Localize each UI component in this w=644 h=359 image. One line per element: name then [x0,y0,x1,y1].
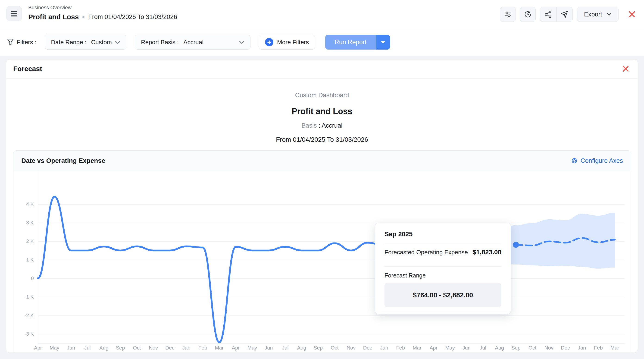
forecast-point[interactable] [513,242,519,248]
chart-plot-area[interactable]: Sep 2025 Forecasted Operating Expense $1… [14,171,631,353]
filters-label-group: Filters : [7,39,36,46]
tooltip-divider [384,266,502,267]
report-basis-line: Basis : Accrual [6,122,638,130]
report-basis-label: Report Basis : [141,39,179,46]
basis-label: Basis [302,122,317,129]
basis-value: Accrual [322,122,342,129]
date-range-value: Custom [91,39,112,46]
run-report-label: Run Report [334,39,366,46]
plus-circle-icon: + [265,38,274,46]
export-label: Export [584,11,602,18]
filters-label: Filters : [17,39,36,46]
tooltip-range-value: $764.00 - $2,882.00 [384,283,502,307]
page-background: Forecast Custom Dashboard Profit and Los… [0,56,644,359]
forecast-panel-header: Forecast [6,60,638,79]
chart-card-header: Date vs Operating Expense Configure Axes [14,151,631,171]
x-axis-label: Mar2026 [604,345,626,353]
forecast-panel-title: Forecast [13,65,42,73]
date-range-label: Date Range : [51,39,86,46]
hamburger-icon [10,10,18,17]
topbar-actions: Export [500,7,638,22]
tooltip-series-label: Forecasted Operating Expense [384,249,468,256]
basis-separator: : [317,122,322,129]
y-axis-label: 3 K [14,220,34,226]
y-axis-label: -2 K [14,312,34,318]
refresh-button[interactable] [520,7,536,22]
close-report-button[interactable] [626,8,638,20]
run-report-button[interactable]: Run Report [325,35,376,50]
dashboard-subtitle: Custom Dashboard [6,91,638,99]
close-icon [628,11,636,18]
chevron-down-icon [239,41,244,44]
configure-axes-label: Configure Axes [580,157,623,164]
title-row: Profit and Loss From 01/04/2025 To 31/03… [28,13,177,21]
send-button[interactable] [556,7,572,22]
y-axis-label: 4 K [14,201,34,207]
gear-icon [571,157,578,164]
filter-bar: Filters : Date Range : Custom Report Bas… [0,29,644,56]
report-meta: Custom Dashboard Profit and Loss Basis :… [6,79,638,144]
tooltip-series-value: $1,823.00 [472,248,502,256]
more-filters-label: More Filters [277,39,309,46]
y-axis-label: -1 K [14,294,34,300]
configure-axes-link[interactable]: Configure Axes [571,157,623,164]
breadcrumb[interactable]: Business Overview [28,5,72,11]
tooltip-value-row: Forecasted Operating Expense $1,823.00 [384,243,502,261]
funnel-icon [7,39,14,46]
caret-down-icon [607,13,611,16]
report-period: From 01/04/2025 To 31/03/2026 [6,136,638,144]
chevron-down-icon [115,41,120,44]
customize-report-button[interactable] [500,7,516,22]
caret-down-icon [380,41,386,44]
y-axis-label: -3 K [14,331,34,337]
top-bar: Business Overview Profit and Loss From 0… [0,0,644,28]
share-button[interactable] [540,7,556,22]
send-icon [560,11,568,18]
tooltip-title: Sep 2025 [384,230,502,238]
y-axis-label: 0 [14,275,34,281]
forecast-band [509,213,615,269]
share-icon [544,11,552,18]
tooltip-range-label: Forecast Range [384,272,502,279]
chart-card: Date vs Operating Expense Configure Axes… [13,150,631,353]
expense-line [38,197,384,342]
report-title: Profit and Loss [6,106,638,117]
chart-svg [14,171,631,353]
share-send-group [540,7,573,22]
y-axis-label: 2 K [14,238,34,244]
export-button[interactable]: Export [577,7,618,22]
forecast-panel: Forecast Custom Dashboard Profit and Los… [6,59,638,353]
report-basis-value: Accrual [183,39,204,46]
app-window: Business Overview Profit and Loss From 0… [0,0,644,359]
close-icon [622,65,629,72]
forecast-close-button[interactable] [620,64,631,74]
run-report-split-button: Run Report [325,35,390,50]
y-axis-label: 1 K [14,257,34,263]
date-range-select[interactable]: Date Range : Custom [45,35,126,50]
page-title: Profit and Loss [28,13,79,21]
refresh-history-icon [524,10,532,19]
chart-title: Date vs Operating Expense [21,157,105,164]
chart-tooltip: Sep 2025 Forecasted Operating Expense $1… [375,223,511,314]
title-separator-dot [82,16,84,18]
more-filters-button[interactable]: + More Filters [259,35,315,50]
menu-button[interactable] [6,6,22,21]
sliders-icon [504,11,512,18]
report-basis-select[interactable]: Report Basis : Accrual [135,35,250,50]
run-report-dropdown-button[interactable] [376,35,390,50]
report-date-range: From 01/04/2025 To 31/03/2026 [88,14,177,21]
